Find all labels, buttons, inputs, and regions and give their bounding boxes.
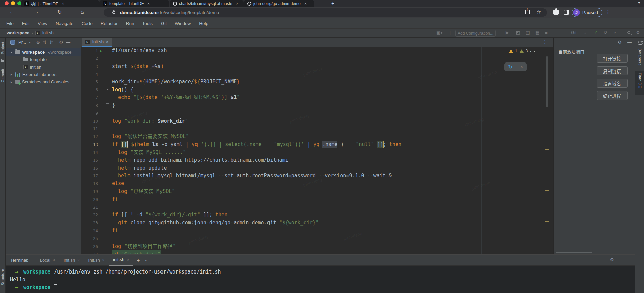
new-tab-button[interactable]: +: [331, 0, 334, 6]
window-close-button[interactable]: [5, 1, 9, 5]
code-line-25[interactable]: 25: [81, 235, 545, 242]
menu-tools[interactable]: Tools: [138, 20, 156, 27]
code-line-26[interactable]: 26log "切换到项目工作路径": [81, 243, 545, 250]
tree-chevron-icon[interactable]: ▸: [10, 80, 13, 84]
git-commit-check-icon[interactable]: ✓: [594, 30, 598, 35]
menu-code[interactable]: Code: [78, 20, 96, 27]
code-hyperlink[interactable]: https://charts.bitnami.com/bitnami: [185, 157, 288, 163]
tool-button-titanide[interactable]: TitanIDE: [635, 71, 644, 95]
project-folder-icon[interactable]: [1, 60, 4, 62]
warning-stripe-mark[interactable]: [545, 221, 549, 222]
address-bar[interactable]: demo.titanide.cn/ide/web/coding/template…: [104, 8, 547, 17]
code-line-21[interactable]: 21: [81, 203, 545, 211]
run-button[interactable]: ▶: [506, 30, 509, 35]
terminal-tab-3[interactable]: init.sh×: [109, 255, 133, 266]
run-line-icon[interactable]: ▶: [100, 47, 102, 55]
reload-button[interactable]: ↻: [57, 9, 62, 15]
project-view-selector[interactable]: Pr...: [18, 40, 26, 45]
terminal-tab-0[interactable]: Local×: [36, 255, 60, 266]
menu-window[interactable]: Window: [171, 20, 194, 27]
warning-stripe-mark[interactable]: [545, 190, 549, 191]
port-action-button-1[interactable]: 复制链接: [597, 66, 628, 75]
code-line-24[interactable]: 24fi: [81, 227, 545, 235]
code-line-6[interactable]: 6−log() {: [81, 86, 545, 94]
git-rollback-icon[interactable]: ↺: [604, 30, 607, 35]
profile-chip[interactable]: J Paused: [572, 8, 602, 17]
warning-stripe-mark[interactable]: [545, 149, 549, 150]
back-button[interactable]: ←: [9, 9, 15, 15]
browser-menu-icon[interactable]: ⋮: [606, 9, 610, 15]
coverage-icon[interactable]: ▦: [535, 30, 539, 35]
menu-file[interactable]: File: [3, 20, 17, 27]
port-action-button-2[interactable]: 设置域名: [597, 79, 628, 88]
editor-scrollbar[interactable]: [546, 56, 548, 107]
tool-button-structure[interactable]: Structure: [1, 269, 5, 285]
locate-file-icon[interactable]: ⊕: [36, 40, 40, 45]
home-button[interactable]: ⌂: [81, 9, 84, 15]
code-line-5[interactable]: 5work_dir=${HOME}/workspace/${PROJECT_NA…: [81, 78, 545, 86]
editor-options-kebab-icon[interactable]: ⋮: [543, 39, 547, 44]
close-tab-icon[interactable]: ×: [147, 1, 150, 6]
close-tab-icon[interactable]: ×: [304, 1, 307, 6]
sync-refresh-icon[interactable]: ↻: [508, 64, 513, 70]
editor-tab-init-sh[interactable]: > init.sh ×: [82, 38, 112, 47]
close-tab-icon[interactable]: ×: [53, 258, 55, 262]
git-history-icon[interactable]: ◔: [613, 30, 616, 35]
code-line-20[interactable]: 20fi: [81, 196, 545, 203]
close-tab-icon[interactable]: ×: [236, 1, 239, 6]
git-update-icon[interactable]: ↓: [584, 30, 586, 35]
tab-search-chevron-icon[interactable]: ▾: [638, 1, 640, 5]
menu-run[interactable]: Run: [122, 20, 138, 27]
debug-icon[interactable]: ◩: [516, 30, 520, 35]
hide-terminal-icon[interactable]: —: [621, 257, 626, 262]
url-text[interactable]: demo.titanide.cn/ide/web/coding/template…: [120, 10, 219, 15]
profile-run-icon[interactable]: ◳: [526, 30, 530, 35]
code-line-14[interactable]: 14 log "安装 MySQL ......": [81, 149, 545, 156]
close-tab-icon[interactable]: ×: [102, 258, 104, 262]
port-action-button-3[interactable]: 终止进程: [597, 91, 628, 100]
share-icon[interactable]: [525, 10, 530, 14]
code-line-12[interactable]: 12log "确认是否需要安装 MySQL": [81, 133, 545, 140]
menu-navigate[interactable]: Navigate: [52, 20, 77, 27]
window-minimize-button[interactable]: [11, 1, 15, 5]
code-line-8[interactable]: 8}: [81, 101, 545, 109]
tool-button-project[interactable]: Project: [1, 42, 5, 54]
extensions-icon[interactable]: [553, 10, 559, 15]
hide-panel-icon[interactable]: —: [627, 40, 632, 45]
code-line-22[interactable]: 22if [[ ! -d "${work_dir}/.git" ]]; then: [81, 211, 545, 219]
code-line-7[interactable]: 7 echo "[$(date '+%Y-%m-%d %H:%M.%S')] $…: [81, 94, 545, 101]
search-everywhere-icon[interactable]: [627, 31, 630, 34]
tree-item-external-libraries[interactable]: ▸External Libraries: [6, 71, 81, 78]
port-action-button-0[interactable]: 打开链接: [597, 54, 628, 63]
panel-settings-gear-icon[interactable]: ⚙: [59, 40, 63, 45]
browser-tab-2[interactable]: charts/bitnami/mysql at maste×: [170, 0, 244, 7]
code-line-23[interactable]: 23 git clone git@github.com:john-deng/go…: [81, 219, 545, 227]
stop-icon[interactable]: ■: [545, 30, 548, 35]
code-line-9[interactable]: 9: [81, 109, 545, 117]
code-line-15[interactable]: 15 helm repo add bitnami https://charts.…: [81, 156, 545, 164]
tree-chevron-icon[interactable]: ▸: [10, 73, 13, 76]
terminal-chevron-icon[interactable]: ▾: [145, 258, 147, 262]
close-tab-icon[interactable]: ×: [106, 40, 108, 44]
tree-item-scratches-and-consoles[interactable]: ▸Scratches and Consoles: [6, 78, 81, 85]
inspection-widget[interactable]: 13▴▾: [509, 49, 535, 53]
menu-view[interactable]: View: [34, 20, 51, 27]
panel-settings-gear-icon[interactable]: ⚙: [618, 40, 622, 45]
next-warning-icon[interactable]: ▾: [533, 49, 535, 53]
browser-tab-0[interactable]: t项目 - TitanIDE×: [21, 0, 99, 7]
menu-git[interactable]: Git: [157, 20, 170, 27]
hide-panel-icon[interactable]: —: [66, 40, 70, 45]
collapse-all-icon[interactable]: ⇵: [49, 40, 53, 45]
fold-marker-icon[interactable]: [106, 103, 109, 107]
terminal-settings-gear-icon[interactable]: ⚙: [610, 257, 614, 262]
browser-tab-3[interactable]: john-deng/go-admin-demo×: [244, 0, 314, 7]
terminal-tab-1[interactable]: init.sh×: [59, 255, 84, 266]
terminal-tab-2[interactable]: init.sh×: [84, 255, 109, 266]
menu-edit[interactable]: Edit: [18, 20, 33, 27]
browser-tab-1[interactable]: ttemplate - TitanIDE×: [99, 0, 169, 7]
tree-item-init-sh[interactable]: >init.sh: [6, 63, 81, 71]
database-icon[interactable]: [638, 41, 642, 45]
code-line-2[interactable]: 2: [81, 54, 545, 62]
close-icon[interactable]: ×: [520, 65, 523, 69]
new-terminal-icon[interactable]: +: [137, 257, 140, 263]
